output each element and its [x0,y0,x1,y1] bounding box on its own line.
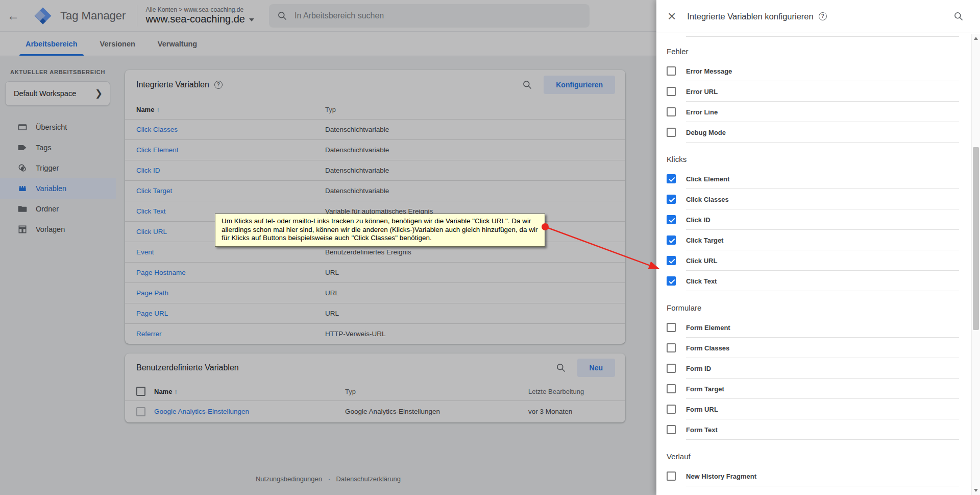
variable-option-click-id[interactable]: Click ID [656,209,959,230]
checkbox[interactable] [667,364,676,373]
checkbox[interactable] [667,66,676,76]
variable-option-form-text[interactable]: Form Text [656,419,959,440]
option-label: Form ID [686,365,711,372]
variable-option-click-text[interactable]: Click Text [656,271,959,291]
configure-variables-panel: × Integrierte Variablen konfigurieren ? … [656,0,980,495]
variable-option-form-id[interactable]: Form ID [656,358,959,379]
variable-option-form-url[interactable]: Form URL [656,399,959,419]
annotation-tooltip: Um Klicks auf tel- oder mailto-Links tra… [215,214,545,247]
checkbox[interactable] [667,384,676,393]
checkbox[interactable] [667,87,676,96]
variable-option-error-url[interactable]: Error URL [656,81,959,102]
search-icon [953,11,964,21]
option-label: Click URL [686,257,717,265]
checkbox[interactable] [667,195,676,204]
variable-option-form-target[interactable]: Form Target [656,379,959,399]
option-label: Form Target [686,385,724,393]
option-label: Form Text [686,426,718,434]
scrollbar-down-icon[interactable] [974,489,978,492]
section-heading-fehler: Fehler [667,47,959,56]
option-label: Click Text [686,277,717,285]
checkbox[interactable] [667,343,676,352]
option-label: New History Fragment [686,473,756,480]
help-icon[interactable]: ? [819,12,827,20]
checkbox[interactable] [667,472,676,481]
section-heading-formulare: Formulare [667,303,959,312]
panel-search-button[interactable] [949,7,968,26]
option-label: Error URL [686,88,718,96]
variable-option-error-line[interactable]: Error Line [656,102,959,122]
option-label: Click Target [686,237,723,244]
variable-option-click-classes[interactable]: Click Classes [656,189,959,209]
scrolled-row-divider [686,36,959,37]
variable-option-click-target[interactable]: Click Target [656,230,959,250]
section-heading-klicks: Klicks [667,155,959,163]
checkbox[interactable] [667,425,676,434]
checkbox[interactable] [667,128,676,137]
scrollbar-thumb[interactable] [973,147,979,330]
option-label: Click Classes [686,196,729,203]
option-label: Form Element [686,324,730,332]
variable-option-debug-mode[interactable]: Debug Mode [656,122,959,143]
option-label: Click ID [686,216,710,224]
variable-option-form-classes[interactable]: Form Classes [656,338,959,358]
checkbox[interactable] [667,323,676,332]
checkbox[interactable] [667,107,676,116]
panel-title: Integrierte Variablen konfigurieren [687,12,813,21]
variable-option-click-element[interactable]: Click Element [656,169,959,189]
variable-option-error-message[interactable]: Error Message [656,61,959,81]
scrollbar-up-icon[interactable] [974,37,978,40]
option-label: Click Element [686,175,729,183]
section-heading-verlauf: Verlauf [667,452,959,461]
option-label: Error Line [686,108,718,116]
checkbox[interactable] [667,174,676,183]
variable-option-click-url[interactable]: Click URL [656,250,959,271]
option-label: Form Classes [686,344,729,352]
annotation-arrow [531,217,669,278]
option-label: Debug Mode [686,129,726,136]
variable-option-new-history-fragment[interactable]: New History Fragment [656,466,959,486]
checkbox[interactable] [667,405,676,414]
option-label: Error Message [686,67,732,75]
panel-scrollbar[interactable] [971,34,980,495]
variable-option-form-element[interactable]: Form Element [656,317,959,338]
close-icon[interactable]: × [668,9,676,23]
option-label: Form URL [686,406,718,413]
